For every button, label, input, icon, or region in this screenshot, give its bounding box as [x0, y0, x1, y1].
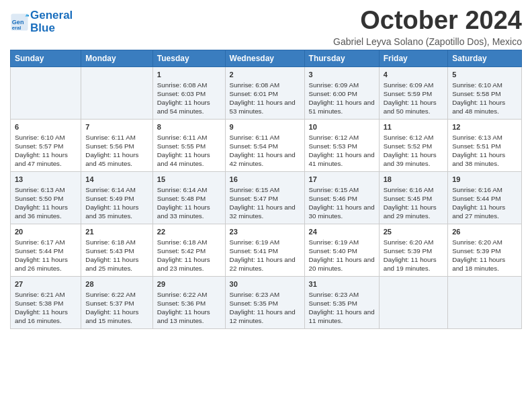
- day-number: 22: [157, 227, 221, 237]
- day-cell: 22Sunrise: 6:18 AM Sunset: 5:42 PM Dayli…: [152, 224, 225, 276]
- day-info: Sunrise: 6:22 AM Sunset: 5:37 PM Dayligh…: [85, 290, 148, 326]
- day-number: 23: [230, 227, 300, 237]
- header-cell-tuesday: Tuesday: [152, 50, 225, 66]
- day-cell: [11, 66, 81, 119]
- svg-text:Gen: Gen: [12, 18, 24, 25]
- day-cell: 31Sunrise: 6:23 AM Sunset: 5:35 PM Dayli…: [304, 276, 379, 328]
- day-info: Sunrise: 6:16 AM Sunset: 5:44 PM Dayligh…: [452, 185, 517, 221]
- day-cell: 17Sunrise: 6:15 AM Sunset: 5:46 PM Dayli…: [304, 171, 379, 224]
- day-info: Sunrise: 6:16 AM Sunset: 5:45 PM Dayligh…: [384, 185, 444, 221]
- day-info: Sunrise: 6:15 AM Sunset: 5:46 PM Dayligh…: [309, 185, 375, 221]
- day-cell: 19Sunrise: 6:16 AM Sunset: 5:44 PM Dayli…: [448, 171, 522, 224]
- day-info: Sunrise: 6:20 AM Sunset: 5:39 PM Dayligh…: [384, 238, 444, 273]
- day-info: Sunrise: 6:10 AM Sunset: 5:57 PM Dayligh…: [15, 133, 77, 169]
- header-cell-sunday: Sunday: [11, 50, 81, 66]
- day-cell: 4Sunrise: 6:09 AM Sunset: 5:59 PM Daylig…: [379, 66, 448, 119]
- week-row-5: 27Sunrise: 6:21 AM Sunset: 5:38 PM Dayli…: [11, 276, 522, 328]
- header-cell-monday: Monday: [81, 50, 152, 66]
- day-cell: 30Sunrise: 6:23 AM Sunset: 5:35 PM Dayli…: [225, 276, 304, 328]
- day-number: 16: [230, 175, 300, 185]
- day-cell: 11Sunrise: 6:12 AM Sunset: 5:52 PM Dayli…: [379, 119, 448, 171]
- day-cell: 25Sunrise: 6:20 AM Sunset: 5:39 PM Dayli…: [379, 224, 448, 276]
- day-number: 21: [85, 227, 148, 237]
- month-title: October 2024: [333, 7, 522, 35]
- day-info: Sunrise: 6:22 AM Sunset: 5:36 PM Dayligh…: [157, 290, 221, 326]
- calendar-table: SundayMondayTuesdayWednesdayThursdayFrid…: [10, 50, 522, 329]
- day-info: Sunrise: 6:19 AM Sunset: 5:40 PM Dayligh…: [309, 238, 375, 273]
- day-cell: 3Sunrise: 6:09 AM Sunset: 6:00 PM Daylig…: [304, 66, 379, 119]
- day-number: 25: [384, 227, 444, 237]
- header-row: SundayMondayTuesdayWednesdayThursdayFrid…: [11, 50, 522, 66]
- day-info: Sunrise: 6:21 AM Sunset: 5:38 PM Dayligh…: [15, 290, 77, 326]
- day-number: 1: [157, 70, 221, 80]
- day-cell: 7Sunrise: 6:11 AM Sunset: 5:56 PM Daylig…: [81, 119, 152, 171]
- week-row-2: 6Sunrise: 6:10 AM Sunset: 5:57 PM Daylig…: [11, 119, 522, 171]
- day-info: Sunrise: 6:09 AM Sunset: 6:00 PM Dayligh…: [309, 81, 375, 116]
- day-cell: 28Sunrise: 6:22 AM Sunset: 5:37 PM Dayli…: [81, 276, 152, 328]
- day-number: 2: [230, 70, 300, 80]
- day-info: Sunrise: 6:23 AM Sunset: 5:35 PM Dayligh…: [230, 290, 300, 326]
- header-cell-thursday: Thursday: [304, 50, 379, 66]
- day-number: 27: [15, 279, 77, 289]
- day-info: Sunrise: 6:08 AM Sunset: 6:03 PM Dayligh…: [157, 81, 221, 116]
- day-number: 6: [15, 122, 77, 132]
- title-block: October 2024 Gabriel Leyva Solano (Zapot…: [333, 7, 522, 47]
- day-cell: 9Sunrise: 6:11 AM Sunset: 5:54 PM Daylig…: [225, 119, 304, 171]
- day-number: 24: [309, 227, 375, 237]
- day-number: 31: [309, 279, 375, 289]
- day-info: Sunrise: 6:12 AM Sunset: 5:53 PM Dayligh…: [309, 133, 375, 169]
- day-number: 20: [15, 227, 77, 237]
- day-number: 19: [452, 175, 517, 185]
- day-number: 17: [309, 175, 375, 185]
- day-info: Sunrise: 6:11 AM Sunset: 5:55 PM Dayligh…: [157, 133, 221, 169]
- day-info: Sunrise: 6:19 AM Sunset: 5:41 PM Dayligh…: [230, 238, 300, 273]
- day-info: Sunrise: 6:10 AM Sunset: 5:58 PM Dayligh…: [452, 81, 517, 116]
- day-info: Sunrise: 6:18 AM Sunset: 5:43 PM Dayligh…: [85, 238, 148, 273]
- logo-text: General Blue: [30, 9, 73, 34]
- day-number: 10: [309, 122, 375, 132]
- header-cell-friday: Friday: [379, 50, 448, 66]
- calendar-page: Gen eral General Blue October 2024 Gabri…: [0, 0, 532, 336]
- header-cell-saturday: Saturday: [448, 50, 522, 66]
- logo: Gen eral General Blue: [10, 9, 73, 34]
- day-number: 13: [15, 175, 77, 185]
- day-number: 26: [452, 227, 517, 237]
- week-row-1: 1Sunrise: 6:08 AM Sunset: 6:03 PM Daylig…: [11, 66, 522, 119]
- location-subtitle: Gabriel Leyva Solano (Zapotillo Dos), Me…: [333, 36, 522, 47]
- day-cell: 12Sunrise: 6:13 AM Sunset: 5:51 PM Dayli…: [448, 119, 522, 171]
- day-info: Sunrise: 6:08 AM Sunset: 6:01 PM Dayligh…: [230, 81, 300, 116]
- day-number: 15: [157, 175, 221, 185]
- day-info: Sunrise: 6:13 AM Sunset: 5:50 PM Dayligh…: [15, 185, 77, 221]
- day-cell: [448, 276, 522, 328]
- day-info: Sunrise: 6:20 AM Sunset: 5:39 PM Dayligh…: [452, 238, 517, 273]
- day-cell: 15Sunrise: 6:14 AM Sunset: 5:48 PM Dayli…: [152, 171, 225, 224]
- day-info: Sunrise: 6:13 AM Sunset: 5:51 PM Dayligh…: [452, 133, 517, 169]
- logo-icon: Gen eral: [10, 13, 29, 32]
- day-cell: 6Sunrise: 6:10 AM Sunset: 5:57 PM Daylig…: [11, 119, 81, 171]
- day-info: Sunrise: 6:09 AM Sunset: 5:59 PM Dayligh…: [384, 81, 444, 116]
- day-number: 3: [309, 70, 375, 80]
- day-info: Sunrise: 6:14 AM Sunset: 5:48 PM Dayligh…: [157, 185, 221, 221]
- day-cell: 29Sunrise: 6:22 AM Sunset: 5:36 PM Dayli…: [152, 276, 225, 328]
- day-cell: 21Sunrise: 6:18 AM Sunset: 5:43 PM Dayli…: [81, 224, 152, 276]
- day-info: Sunrise: 6:15 AM Sunset: 5:47 PM Dayligh…: [230, 185, 300, 221]
- day-cell: 10Sunrise: 6:12 AM Sunset: 5:53 PM Dayli…: [304, 119, 379, 171]
- day-info: Sunrise: 6:23 AM Sunset: 5:35 PM Dayligh…: [309, 290, 375, 326]
- day-cell: 16Sunrise: 6:15 AM Sunset: 5:47 PM Dayli…: [225, 171, 304, 224]
- week-row-4: 20Sunrise: 6:17 AM Sunset: 5:44 PM Dayli…: [11, 224, 522, 276]
- day-cell: 18Sunrise: 6:16 AM Sunset: 5:45 PM Dayli…: [379, 171, 448, 224]
- svg-text:eral: eral: [12, 25, 21, 31]
- day-cell: 5Sunrise: 6:10 AM Sunset: 5:58 PM Daylig…: [448, 66, 522, 119]
- day-number: 28: [85, 279, 148, 289]
- day-number: 14: [85, 175, 148, 185]
- header-cell-wednesday: Wednesday: [225, 50, 304, 66]
- week-row-3: 13Sunrise: 6:13 AM Sunset: 5:50 PM Dayli…: [11, 171, 522, 224]
- day-cell: 27Sunrise: 6:21 AM Sunset: 5:38 PM Dayli…: [11, 276, 81, 328]
- day-number: 30: [230, 279, 300, 289]
- day-cell: 14Sunrise: 6:14 AM Sunset: 5:49 PM Dayli…: [81, 171, 152, 224]
- day-number: 9: [230, 122, 300, 132]
- day-number: 29: [157, 279, 221, 289]
- day-info: Sunrise: 6:17 AM Sunset: 5:44 PM Dayligh…: [15, 238, 77, 273]
- day-info: Sunrise: 6:12 AM Sunset: 5:52 PM Dayligh…: [384, 133, 444, 169]
- day-cell: 2Sunrise: 6:08 AM Sunset: 6:01 PM Daylig…: [225, 66, 304, 119]
